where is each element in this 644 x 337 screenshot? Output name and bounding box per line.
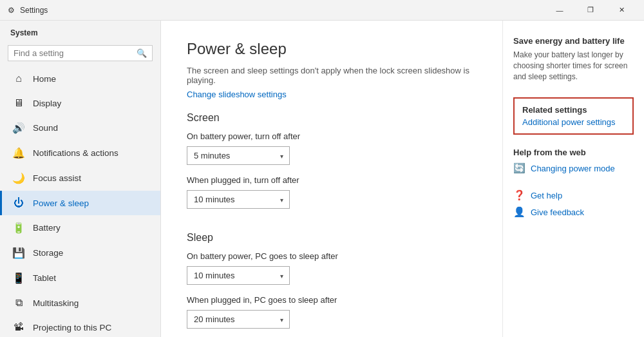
sidebar-item-battery[interactable]: 🔋 Battery (0, 215, 160, 240)
close-button[interactable]: ✕ (607, 0, 636, 21)
focus-icon: 🌙 (12, 172, 25, 184)
title-bar-controls: — ❐ ✕ (545, 0, 636, 21)
system-label: System (0, 21, 160, 40)
search-input[interactable] (14, 48, 133, 58)
page-title: Power & sleep (187, 40, 477, 58)
sidebar-item-focus[interactable]: 🌙 Focus assist (0, 166, 160, 191)
right-panel: Save energy and battery life Make your b… (502, 21, 644, 337)
sidebar-item-label: Tablet (33, 273, 56, 283)
home-icon: ⌂ (12, 73, 25, 84)
sidebar-item-sound[interactable]: 🔊 Sound (0, 115, 160, 140)
display-icon: 🖥 (12, 97, 25, 109)
screen-plugged-select-wrap: 10 minutes 1 minute 2 minutes 3 minutes … (187, 190, 290, 209)
changing-power-mode-link[interactable]: 🔄 Changing power mode (513, 162, 634, 174)
sound-icon: 🔊 (12, 122, 25, 134)
change-slideshow-link[interactable]: Change slideshow settings (187, 90, 287, 99)
sleep-battery-label: On battery power, PC goes to sleep after (187, 251, 477, 261)
related-settings-heading: Related settings (522, 105, 625, 115)
screen-battery-select-wrap: 5 minutes 1 minute 2 minutes 3 minutes 1… (187, 146, 290, 165)
help-heading: Help from the web (513, 148, 634, 157)
window-title: Settings (20, 6, 48, 15)
help-icon: ❓ (513, 189, 526, 201)
get-help-link[interactable]: ❓ Get help (513, 189, 634, 201)
sidebar-item-label: Storage (33, 248, 63, 258)
sidebar-item-label: Battery (33, 223, 61, 233)
give-feedback-label: Give feedback (531, 207, 584, 217)
sidebar-item-label: Power & sleep (33, 198, 89, 208)
sidebar-nav: ⌂ Home 🖥 Display 🔊 Sound 🔔 Notifications… (0, 66, 160, 337)
sidebar-item-label: Sound (33, 123, 58, 133)
sidebar-item-power[interactable]: ⏻ Power & sleep (0, 191, 160, 215)
sidebar-item-label: Notifications & actions (33, 148, 118, 158)
save-energy-heading: Save energy and battery life (513, 36, 634, 46)
settings-icon: ⚙ (8, 6, 15, 15)
screen-section-title: Screen (187, 112, 477, 124)
sidebar-item-home[interactable]: ⌂ Home (0, 66, 160, 91)
help-section: Help from the web 🔄 Changing power mode (513, 148, 634, 174)
main-layout: System 🔍 ⌂ Home 🖥 Display 🔊 Sound 🔔 Noti… (0, 21, 644, 337)
get-help-label: Get help (531, 191, 562, 200)
title-bar-left: ⚙ Settings (8, 6, 48, 15)
multitasking-icon: ⧉ (12, 297, 25, 309)
changing-power-mode-label: Changing power mode (531, 164, 615, 173)
related-settings-box: Related settings Additional power settin… (513, 97, 634, 135)
additional-power-link[interactable]: Additional power settings (522, 117, 616, 127)
sidebar-item-label: Focus assist (33, 173, 81, 183)
minimize-button[interactable]: — (545, 0, 574, 21)
screen-battery-label: On battery power, turn off after (187, 131, 477, 141)
power-mode-icon: 🔄 (513, 162, 526, 174)
sidebar-item-tablet[interactable]: 📱 Tablet (0, 265, 160, 291)
sidebar: System 🔍 ⌂ Home 🖥 Display 🔊 Sound 🔔 Noti… (0, 21, 161, 337)
screen-plugged-select[interactable]: 10 minutes 1 minute 2 minutes 3 minutes … (187, 190, 290, 209)
support-section: ❓ Get help 👤 Give feedback (513, 189, 634, 218)
screen-plugged-label: When plugged in, turn off after (187, 175, 477, 185)
save-energy-section: Save energy and battery life Make your b… (513, 36, 634, 82)
feedback-icon: 👤 (513, 206, 526, 218)
search-box: 🔍 (8, 45, 153, 61)
sidebar-item-notifications[interactable]: 🔔 Notifications & actions (0, 140, 160, 166)
screen-battery-select[interactable]: 5 minutes 1 minute 2 minutes 3 minutes 1… (187, 146, 290, 165)
notifications-icon: 🔔 (12, 147, 25, 159)
sidebar-item-label: Display (33, 99, 61, 108)
sidebar-item-display[interactable]: 🖥 Display (0, 91, 160, 115)
battery-icon: 🔋 (12, 222, 25, 234)
restore-button[interactable]: ❐ (576, 0, 605, 21)
sidebar-item-projecting[interactable]: 📽 Projecting to this PC (0, 315, 160, 337)
search-icon[interactable]: 🔍 (137, 48, 147, 58)
save-energy-text: Make your battery last longer by choosin… (513, 50, 634, 82)
sidebar-item-label: Multitasking (33, 298, 79, 308)
sidebar-item-multitasking[interactable]: ⧉ Multitasking (0, 291, 160, 315)
projecting-icon: 📽 (12, 322, 25, 333)
sleep-plugged-select-wrap: 20 minutes 1 minute 2 minutes 5 minutes … (187, 310, 290, 329)
sleep-plugged-select[interactable]: 20 minutes 1 minute 2 minutes 5 minutes … (187, 310, 290, 329)
sleep-section-title: Sleep (187, 232, 477, 244)
description-text: The screen and sleep settings don't appl… (187, 66, 477, 85)
sleep-battery-select-wrap: 10 minutes 1 minute 2 minutes 5 minutes … (187, 266, 290, 285)
give-feedback-link[interactable]: 👤 Give feedback (513, 206, 634, 218)
title-bar: ⚙ Settings — ❐ ✕ (0, 0, 644, 21)
content-area: Power & sleep The screen and sleep setti… (161, 21, 502, 337)
tablet-icon: 📱 (12, 272, 25, 284)
sidebar-item-storage[interactable]: 💾 Storage (0, 240, 160, 265)
sidebar-item-label: Projecting to this PC (33, 323, 111, 332)
sidebar-item-label: Home (33, 74, 56, 84)
sleep-battery-select[interactable]: 10 minutes 1 minute 2 minutes 5 minutes … (187, 266, 290, 285)
power-icon: ⏻ (12, 197, 25, 209)
sleep-plugged-label: When plugged in, PC goes to sleep after (187, 295, 477, 305)
storage-icon: 💾 (12, 247, 25, 259)
